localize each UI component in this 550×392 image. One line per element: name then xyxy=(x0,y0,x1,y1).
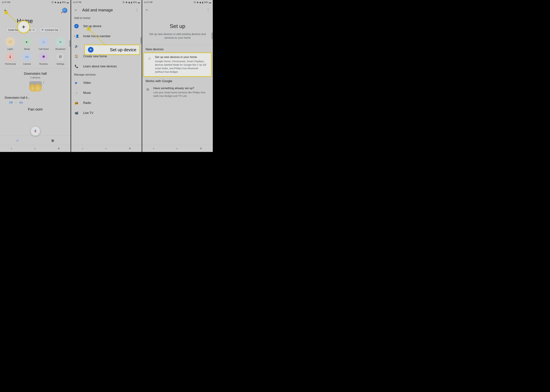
scrollbar[interactable] xyxy=(141,37,141,44)
wifi-icon: ◉ xyxy=(199,1,201,4)
system-back[interactable]: ‹ xyxy=(153,147,154,150)
system-nav: ‹ ○ ≡ xyxy=(0,145,71,152)
quick-actions-grid: ☉Lights ▸Media ⌂Call Home »Broadcast 🌡Th… xyxy=(0,36,71,67)
system-home[interactable]: ○ xyxy=(34,147,36,150)
row-invite-member[interactable]: +👤 Invite home member xyxy=(71,31,142,41)
suggestions-row: Invite home member ✕ ❄ Connect Sa xyxy=(0,27,71,36)
row-label: Live TV xyxy=(83,111,93,115)
account-avatar[interactable] xyxy=(62,7,68,13)
more-button[interactable]: ⋮ xyxy=(135,8,139,12)
quick-settings[interactable]: ⚙Settings xyxy=(52,52,68,65)
section-add-to-home: Add to home xyxy=(71,15,142,21)
setup-subtitle: Set up new devices or add existing devic… xyxy=(147,32,208,40)
plus-icon: + xyxy=(22,23,25,30)
status-bar: 12:47 PM ⓝ ✱ ◉ ▮ 85% ▬ xyxy=(0,0,71,5)
screenshot-panel-add-manage: 12:47 PM ⓝ ✱ ◉ ▮ 85% ▬ ← Add and manage … xyxy=(71,0,142,152)
setup-title: Set up xyxy=(147,23,208,29)
wifi-icon: ◉ xyxy=(57,1,59,4)
more-button[interactable]: ⋮ xyxy=(207,8,210,12)
nav-feed[interactable]: ▣ xyxy=(51,138,54,142)
quick-media[interactable]: ▸Media xyxy=(19,37,35,50)
row-label: Invite home member xyxy=(83,35,111,38)
section-works-with-google: Works with Google xyxy=(142,77,213,84)
nfc-icon: ⓝ xyxy=(51,1,54,4)
room-name-2: Fan oom xyxy=(0,104,71,112)
screenshot-panel-home: 12:47 PM ⓝ ✱ ◉ ▮ 85% ▬ ＋ Home Invite hom… xyxy=(0,0,71,152)
setup-header: Set up Set up new devices or add existin… xyxy=(142,14,213,45)
nfc-icon: ⓝ xyxy=(194,1,196,4)
row-set-up-device[interactable]: + Set up device xyxy=(71,21,142,31)
row-label: Create new home xyxy=(83,55,107,58)
row-live-tv[interactable]: 📹 Live TV xyxy=(71,108,142,118)
quick-camera[interactable]: ▭Camera xyxy=(19,52,35,65)
quick-broadcast[interactable]: »Broadcast xyxy=(52,37,68,50)
system-recents[interactable]: ≡ xyxy=(129,147,131,150)
music-note-icon: ♪ xyxy=(74,91,79,95)
nav-home[interactable]: ⌂ xyxy=(16,138,18,143)
home-icon: 🏠 xyxy=(74,54,79,59)
off-button[interactable]: Off xyxy=(9,101,13,104)
row-music[interactable]: ♪ Music xyxy=(71,88,142,98)
voice-assistant-button[interactable] xyxy=(31,126,40,136)
quick-routines[interactable]: ✺Routines xyxy=(36,52,52,65)
app-bar: ← ⋮ xyxy=(142,5,213,14)
back-button[interactable]: ← xyxy=(74,8,78,12)
system-recents[interactable]: ≡ xyxy=(200,147,202,150)
system-home[interactable]: ○ xyxy=(105,147,107,150)
callout-highlight-setup-device: + Set up device xyxy=(84,45,140,55)
signal-icon: ▮ xyxy=(202,1,203,4)
row-label: Radio xyxy=(83,101,91,105)
battery-icon: ▬ xyxy=(138,1,140,4)
snowflake-icon: ❄ xyxy=(41,28,43,31)
row-video[interactable]: ▶ Video xyxy=(71,78,142,88)
bulb-icon xyxy=(34,81,42,92)
plus-circle-icon: + xyxy=(88,47,93,53)
status-time: 12:47 PM xyxy=(73,1,81,4)
close-icon[interactable]: ✕ xyxy=(33,28,35,31)
system-back[interactable]: ‹ xyxy=(11,147,12,150)
link-icon: ⊖ xyxy=(146,87,150,98)
device-tile-lights[interactable]: 2 xyxy=(27,81,44,95)
section-new-devices: New devices xyxy=(142,45,213,52)
row-label: Video xyxy=(83,81,91,84)
scrollbar[interactable] xyxy=(212,33,213,39)
system-back[interactable]: ‹ xyxy=(82,147,83,150)
app-bar: ← Add and manage ⋮ xyxy=(71,5,142,15)
livetv-icon: 📹 xyxy=(74,111,79,115)
quick-lights[interactable]: ☉Lights xyxy=(2,37,18,50)
status-bar: 12:47 PM ⓝ ✱ ◉ ▮ 85% ▬ xyxy=(71,0,142,5)
quick-call-home[interactable]: ⌂Call Home xyxy=(36,37,52,50)
callout-highlight-new-devices: ⌂ Set up new devices in your home Google… xyxy=(143,52,212,77)
bottom-nav: ⌂ ▣ xyxy=(0,135,71,145)
battery-pct: 85% xyxy=(62,1,66,4)
system-recents[interactable]: ≡ xyxy=(58,147,60,150)
lightbulb-icon: ☉ xyxy=(5,37,15,47)
on-button[interactable]: On xyxy=(19,101,23,104)
thermostat-icon: 🌡 xyxy=(5,52,15,62)
wifi-icon: ◉ xyxy=(128,1,130,4)
divider xyxy=(3,68,68,68)
row-title: Have something already set up? xyxy=(153,87,209,90)
battery-pct: 85% xyxy=(133,1,137,4)
bluetooth-icon: ✱ xyxy=(55,1,56,4)
phone-icon: 📞 xyxy=(74,64,79,69)
row-learn-devices[interactable]: 📞 Learn about new devices xyxy=(71,61,142,71)
row-setup-new-devices[interactable]: ⌂ Set up new devices in your home Google… xyxy=(144,53,211,76)
scrollbar[interactable] xyxy=(69,40,70,47)
person-add-icon: +👤 xyxy=(74,34,79,39)
row-radio[interactable]: 📻 Radio xyxy=(71,98,142,108)
system-home[interactable]: ○ xyxy=(176,147,178,150)
signal-icon: ▮ xyxy=(60,1,61,4)
row-link-service[interactable]: ⊖ Have something already set up? Link yo… xyxy=(142,84,213,100)
callout-label: Set up device xyxy=(97,47,136,52)
quick-thermostat[interactable]: 🌡Thermostat xyxy=(2,52,18,65)
battery-pct: 85% xyxy=(204,1,208,4)
row-label: Set up device xyxy=(83,24,101,28)
back-button[interactable]: ← xyxy=(145,8,149,12)
bluetooth-icon: ✱ xyxy=(126,1,128,4)
routines-icon: ✺ xyxy=(39,52,49,62)
row-title: Set up new devices in your home xyxy=(155,56,208,59)
section-manage-services: Manage services xyxy=(71,71,142,78)
row-description: Link your smart home services like Phili… xyxy=(153,91,209,98)
chip-connect[interactable]: ❄ Connect Sa xyxy=(39,27,61,33)
